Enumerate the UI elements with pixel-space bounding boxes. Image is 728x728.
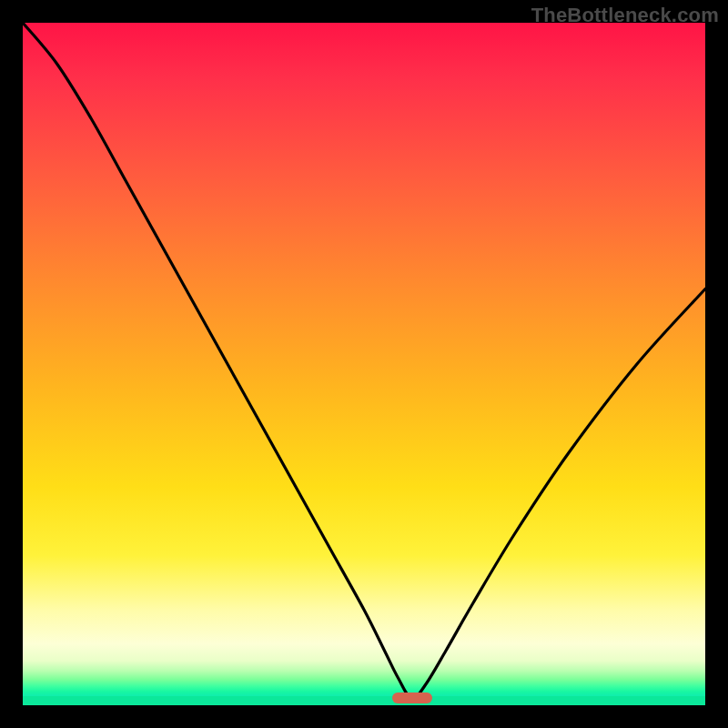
minimum-marker xyxy=(392,693,432,703)
plot-area xyxy=(23,23,705,705)
curve-path xyxy=(23,23,705,699)
bottleneck-curve xyxy=(23,23,705,705)
chart-frame: TheBottleneck.com xyxy=(0,0,728,728)
